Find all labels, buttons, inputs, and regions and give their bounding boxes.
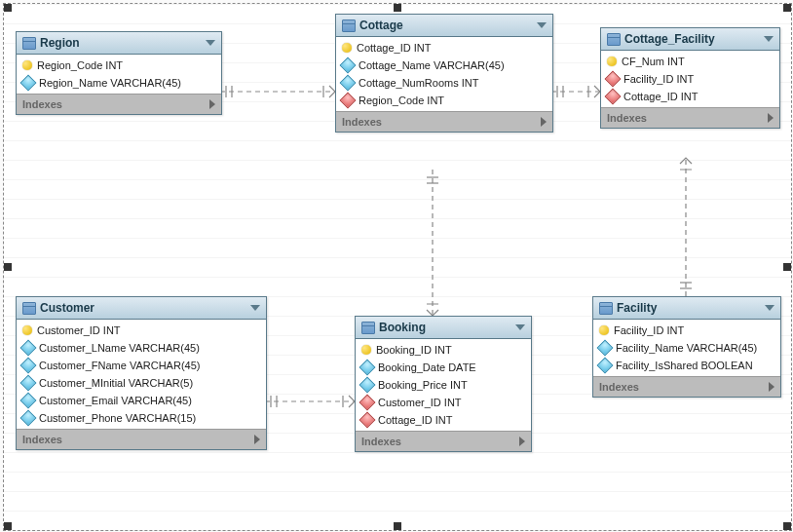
table-icon <box>599 302 613 315</box>
key-icon <box>361 345 371 355</box>
entity-footer[interactable]: Indexes <box>17 94 221 114</box>
attr-icon <box>597 340 614 357</box>
entity-header[interactable]: Cottage <box>336 15 552 37</box>
entity-title: Cottage_Facility <box>624 32 715 46</box>
entity-booking[interactable]: Booking Booking_ID INT Booking_Date DATE… <box>355 316 532 452</box>
attr-icon <box>20 75 37 92</box>
table-icon <box>22 302 36 315</box>
expand-icon <box>769 382 774 392</box>
column[interactable]: Booking_Price INT <box>356 376 531 394</box>
entity-header[interactable]: Booking <box>356 317 531 339</box>
fk-icon <box>605 71 622 88</box>
resize-handle[interactable] <box>4 522 12 530</box>
entity-footer[interactable]: Indexes <box>336 111 552 132</box>
entity-title: Booking <box>379 321 426 334</box>
column[interactable]: Region_Name VARCHAR(45) <box>17 74 221 92</box>
expand-icon <box>209 99 215 109</box>
entity-header[interactable]: Customer <box>17 297 266 320</box>
resize-handle[interactable] <box>394 522 401 530</box>
table-icon <box>361 322 375 334</box>
fk-icon <box>359 412 376 429</box>
expand-icon <box>541 117 547 127</box>
column[interactable]: Customer_ID INT <box>356 394 531 411</box>
fk-icon <box>605 89 622 105</box>
column[interactable]: Facility_ID INT <box>593 322 780 339</box>
fk-icon <box>359 395 376 411</box>
column[interactable]: CF_Num INT <box>601 53 779 70</box>
column[interactable]: Region_Code INT <box>17 57 221 74</box>
resize-handle[interactable] <box>394 4 401 12</box>
collapse-icon[interactable] <box>764 36 774 42</box>
entity-facility[interactable]: Facility Facility_ID INT Facility_Name V… <box>592 296 781 398</box>
key-icon <box>342 43 352 53</box>
attr-icon <box>20 393 37 409</box>
collapse-icon[interactable] <box>206 40 215 46</box>
column[interactable]: Customer_LName VARCHAR(45) <box>17 339 266 357</box>
entity-columns: Cottage_ID INT Cottage_Name VARCHAR(45) … <box>336 37 552 111</box>
key-icon <box>607 57 617 66</box>
column[interactable]: Region_Code INT <box>336 92 552 109</box>
expand-icon <box>519 437 525 446</box>
table-icon <box>22 37 36 50</box>
column[interactable]: Customer_FName VARCHAR(45) <box>17 357 266 374</box>
column[interactable]: Cottage_ID INT <box>336 39 552 57</box>
column[interactable]: Cottage_ID INT <box>356 411 531 429</box>
entity-header[interactable]: Cottage_Facility <box>601 28 779 51</box>
column[interactable]: Cottage_Name VARCHAR(45) <box>336 57 552 74</box>
column[interactable]: Facility_ID INT <box>601 70 779 88</box>
column[interactable]: Customer_Email VARCHAR(45) <box>17 392 266 409</box>
column[interactable]: Facility_Name VARCHAR(45) <box>593 339 780 357</box>
expand-icon <box>768 113 774 123</box>
attr-icon <box>20 358 37 374</box>
entity-header[interactable]: Facility <box>593 297 780 320</box>
collapse-icon[interactable] <box>765 305 774 311</box>
resize-handle[interactable] <box>4 4 12 12</box>
table-icon <box>342 19 356 32</box>
entity-header[interactable]: Region <box>17 32 221 55</box>
key-icon <box>599 325 609 335</box>
column[interactable]: Booking_Date DATE <box>356 359 531 376</box>
attr-icon <box>340 57 357 74</box>
attr-icon <box>20 410 37 427</box>
attr-icon <box>20 340 37 357</box>
collapse-icon[interactable] <box>515 324 525 330</box>
entity-region[interactable]: Region Region_Code INT Region_Name VARCH… <box>16 31 222 115</box>
collapse-icon[interactable] <box>537 22 547 28</box>
key-icon <box>22 325 32 335</box>
resize-handle[interactable] <box>783 4 791 12</box>
entity-footer[interactable]: Indexes <box>601 107 779 128</box>
entity-footer[interactable]: Indexes <box>593 376 780 397</box>
fk-icon <box>340 93 357 109</box>
resize-handle[interactable] <box>4 263 12 271</box>
entity-title: Region <box>40 36 80 50</box>
resize-handle[interactable] <box>783 263 791 271</box>
entity-cottage[interactable]: Cottage Cottage_ID INT Cottage_Name VARC… <box>335 14 553 133</box>
attr-icon <box>359 360 376 376</box>
attr-icon <box>20 375 37 392</box>
column[interactable]: Cottage_NumRooms INT <box>336 74 552 92</box>
column[interactable]: Cottage_ID INT <box>601 88 779 105</box>
column[interactable]: Customer_Phone VARCHAR(15) <box>17 409 266 427</box>
entity-customer[interactable]: Customer Customer_ID INT Customer_LName … <box>16 296 267 450</box>
column[interactable]: Customer_MInitial VARCHAR(5) <box>17 374 266 392</box>
entity-columns: CF_Num INT Facility_ID INT Cottage_ID IN… <box>601 51 779 107</box>
entity-title: Cottage <box>359 19 403 32</box>
column[interactable]: Booking_ID INT <box>356 341 531 359</box>
entity-footer[interactable]: Indexes <box>17 429 266 449</box>
column[interactable]: Customer_ID INT <box>17 322 266 339</box>
collapse-icon[interactable] <box>250 305 260 311</box>
entity-columns: Facility_ID INT Facility_Name VARCHAR(45… <box>593 320 780 376</box>
column[interactable]: Facility_IsShared BOOLEAN <box>593 357 780 374</box>
attr-icon <box>340 75 357 92</box>
entity-columns: Customer_ID INT Customer_LName VARCHAR(4… <box>17 320 266 429</box>
entity-title: Facility <box>617 301 657 315</box>
entity-cottage-facility[interactable]: Cottage_Facility CF_Num INT Facility_ID … <box>600 27 780 129</box>
erd-canvas[interactable]: Region Region_Code INT Region_Name VARCH… <box>3 3 792 531</box>
resize-handle[interactable] <box>783 522 791 530</box>
attr-icon <box>597 358 614 374</box>
entity-title: Customer <box>40 301 94 315</box>
key-icon <box>22 60 32 70</box>
entity-columns: Region_Code INT Region_Name VARCHAR(45) <box>17 55 221 94</box>
entity-footer[interactable]: Indexes <box>356 431 531 451</box>
entity-columns: Booking_ID INT Booking_Date DATE Booking… <box>356 339 531 431</box>
